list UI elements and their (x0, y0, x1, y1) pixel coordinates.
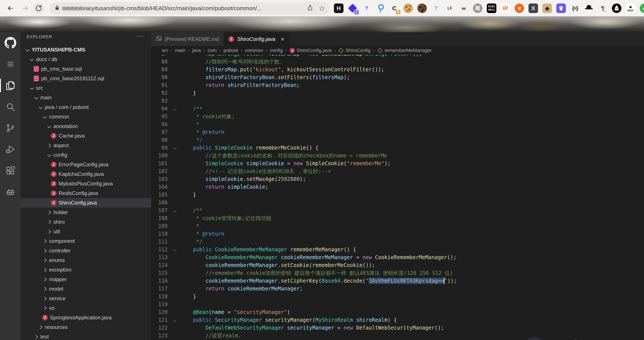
share-icon[interactable] (307, 5, 313, 12)
github-logo-icon[interactable] (0, 32, 21, 54)
tree-item-src[interactable]: src (21, 83, 151, 93)
braces-icon[interactable]: {≡} (568, 4, 582, 13)
tree-item-springbootapplication-java[interactable]: JSpringbootApplication.java (21, 313, 151, 322)
code-line-105[interactable]: 105 } (151, 191, 644, 199)
code-line-108[interactable]: 108 * cookie管理对象;记住我功能 (151, 214, 644, 222)
tree-item-kaptchaconfig-java[interactable]: JKaptchaConfig.java (21, 169, 151, 179)
breadcrumb-item-config[interactable]: config (270, 48, 283, 53)
fold-chevron-icon[interactable] (171, 316, 178, 324)
tree-item-pb-cms-base-sql[interactable]: pb_cms_base.sql (21, 64, 151, 74)
code-line-117[interactable]: 117 return cookieRememberMeManager; (151, 285, 644, 293)
h-extension[interactable]: H (332, 4, 346, 13)
tree-item-yitusanshi-pb-cms[interactable]: YITUSANSHI/PB-CMS (21, 45, 151, 55)
extensions-icon[interactable] (0, 160, 21, 181)
green-partial-extension[interactable]: ✓ (638, 4, 644, 13)
tree-item-component[interactable]: component (21, 236, 151, 246)
code-line-110[interactable]: 110 * @return (151, 230, 644, 238)
lf-extension[interactable]: LF (443, 4, 457, 13)
code-line-116[interactable]: 116 cookieRememberMeManager.setCipherKey… (151, 277, 644, 285)
tree-item-errorpageconfig-java[interactable]: JErrorPageConfig.java (21, 160, 151, 169)
explorer-actions-icon[interactable]: ··· (136, 33, 144, 40)
tree-item-exception[interactable]: exception (21, 265, 151, 275)
tab-preview-readme-md[interactable]: [Preview] README.md (151, 32, 224, 46)
bookmark-star-icon[interactable]: ☆ (319, 5, 325, 12)
code-line-87[interactable]: 87 Map<String, Filter> filtersMap = new … (151, 55, 644, 58)
command-icon[interactable]: ⌘ (471, 4, 485, 13)
tree-item-config[interactable]: config (21, 150, 151, 160)
breadcrumb-item-main[interactable]: main (175, 48, 186, 53)
code-line-101[interactable]: 101 SimpleCookie simpleCookie = new Simp… (151, 159, 644, 167)
code-line-93[interactable]: 93 (151, 97, 644, 105)
tree-item-controller[interactable]: controller (21, 246, 151, 255)
tree-item-holder[interactable]: holder (21, 208, 151, 217)
ip-extension[interactable]: IP (498, 4, 512, 13)
code-line-104[interactable]: 104 return simpleCookie; (151, 183, 644, 191)
tree-item-enums[interactable]: enums (21, 255, 151, 265)
breadcrumb-item-src[interactable]: src (162, 48, 168, 53)
menu-icon[interactable] (0, 54, 21, 75)
breadcrumb-item-shiroconfig[interactable]: ShiroConfig (338, 48, 370, 53)
code-line-98[interactable]: 98 */ (151, 136, 644, 144)
tree-item-java-com-puboot[interactable]: java / com / puboot (21, 102, 151, 112)
code-line-103[interactable]: 103 simpleCookie.setMaxAge(2592000); (151, 175, 644, 183)
code-line-106[interactable]: 106 (151, 199, 644, 207)
code-line-111[interactable]: 111 */ (151, 238, 644, 246)
code-line-121[interactable]: 121 public SecurityManager securityManag… (151, 316, 644, 324)
breadcrumb-item-puboot[interactable]: puboot (224, 48, 238, 53)
breadcrumb-item-remembermemanager[interactable]: rememberMeManager (377, 48, 432, 53)
code-line-102[interactable]: 102 //<!-- 记住我cookie生效时间30天 ，单位秒;--> (151, 167, 644, 175)
tree-item-common[interactable]: common (21, 112, 151, 121)
search-icon[interactable] (0, 96, 21, 117)
breadcrumb-item-common[interactable]: common (245, 48, 263, 53)
code-line-115[interactable]: 115 //rememberMe cookie加密的密钥 建议每个项目都不一样 … (151, 269, 644, 277)
crown-purple-extension[interactable]: ♛ (554, 4, 568, 13)
diamond-extension[interactable]: 2 (346, 4, 360, 13)
tree-item-vo[interactable]: vo (21, 303, 151, 313)
back-icon[interactable] (5, 3, 16, 14)
cookie-light-icon[interactable] (401, 4, 415, 13)
copilot-robot-icon[interactable] (0, 181, 21, 203)
code-line-90[interactable]: 90 shiroFilterFactoryBean.setFilters(fil… (151, 73, 644, 81)
tree-item-pb-cms-base20191112-sql[interactable]: pb_cms_base20191112.sql (21, 74, 151, 83)
code-line-95[interactable]: 95 * cookie对象; (151, 113, 644, 120)
code-editor[interactable]: 87 Map<String, Filter> filtersMap = new … (151, 55, 644, 340)
code-line-113[interactable]: 113 CookieRememberMeManager cookieRememb… (151, 253, 644, 261)
explorer-icon[interactable] (0, 75, 21, 96)
reload-icon[interactable] (33, 3, 44, 14)
tree-item-aspect[interactable]: aspect (21, 141, 151, 150)
emblem-tan-extension[interactable]: ◆ (540, 4, 554, 13)
code-line-88[interactable]: 88 //限制同一帐号同时在线的个数。 (151, 58, 644, 66)
mask-icon[interactable]: ∞ (457, 4, 471, 13)
code-line-107[interactable]: 107 /** (151, 207, 644, 214)
address-bar[interactable]: risrtsrtsrtsrtonao yitusanshi/pb-cms/blo… (50, 2, 330, 15)
tree-item-shiro[interactable]: shiro (21, 217, 151, 227)
fold-chevron-icon[interactable] (171, 246, 178, 253)
code-line-96[interactable]: 96 * (151, 120, 644, 128)
code-line-100[interactable]: 100 //这个参数是cookie的名称，对应前端的checkbox的name … (151, 152, 644, 159)
forward-icon[interactable] (20, 3, 31, 14)
code-line-119[interactable]: 119 (151, 300, 644, 308)
hooded-figure-icon[interactable] (610, 4, 624, 13)
code-line-109[interactable]: 109 * (151, 222, 644, 230)
tree-item-annotation[interactable]: annotation (21, 121, 151, 131)
panda-code-extension[interactable]: ☻ (624, 4, 638, 13)
code-line-118[interactable]: 118 } (151, 293, 644, 300)
bowler-hat-icon[interactable] (582, 4, 596, 13)
code-line-92[interactable]: 92 } (151, 89, 644, 97)
tree-item-resources[interactable]: resources (21, 322, 151, 332)
tree-item-mapper[interactable]: mapper (21, 275, 151, 284)
fold-chevron-icon[interactable] (171, 105, 178, 113)
code-line-122[interactable]: 122 DefaultWebSecurityManager securityMa… (151, 324, 644, 332)
breadcrumb-item-java[interactable]: java (192, 48, 201, 53)
binary-extension[interactable]: 0101 0011 (485, 4, 498, 13)
tree-item-docs-db[interactable]: docs / db (21, 55, 151, 64)
cookie-dark-icon[interactable] (415, 4, 429, 13)
tree-item-model[interactable]: model (21, 284, 151, 294)
code-line-114[interactable]: 114 cookieRememberMeManager.setCookie(re… (151, 261, 644, 269)
tree-item-test[interactable]: test (21, 332, 151, 340)
tree-item-redisconfig-java[interactable]: JRedisConfig.java (21, 189, 151, 198)
pin-icon[interactable] (374, 4, 387, 13)
tree-item-service[interactable]: service (21, 294, 151, 303)
source-control-icon[interactable] (0, 117, 21, 139)
x-dark-extension[interactable]: X (526, 4, 540, 13)
